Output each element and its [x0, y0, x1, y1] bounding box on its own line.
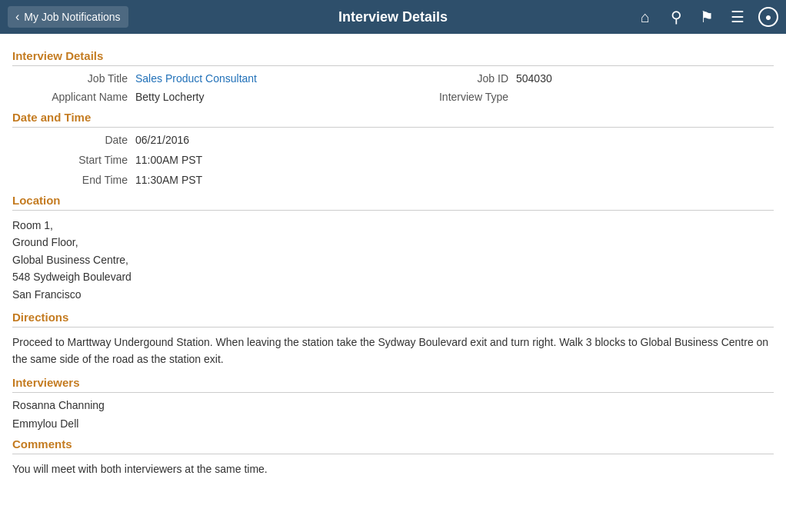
interviewer-2: Emmylou Dell: [12, 417, 774, 430]
back-button-label: My Job Notifications: [24, 11, 120, 23]
interview-type-label: Interview Type: [393, 91, 516, 103]
directions-text: Proceed to Marttway Undergound Station. …: [12, 334, 774, 368]
app-header: ‹ My Job Notifications Interview Details…: [0, 0, 786, 34]
start-time-label: Start Time: [12, 154, 135, 166]
interview-details-section-title: Interview Details: [12, 49, 774, 66]
comments-text: You will meet with both interviewers at …: [12, 461, 774, 477]
flag-icon[interactable]: ⚑: [697, 7, 717, 27]
directions-section-title: Directions: [12, 311, 774, 328]
search-icon[interactable]: ⚲: [666, 7, 686, 27]
start-time-value: 11:00AM PST: [135, 154, 774, 166]
address-line4: 548 Sydweigh Boulevard: [12, 268, 774, 285]
interview-type-value: [516, 91, 774, 103]
header-icon-group: ⌂ ⚲ ⚑ ☰ ●: [635, 7, 778, 27]
address-line3: Global Business Centre,: [12, 251, 774, 268]
job-title-value[interactable]: Sales Product Consultant: [135, 72, 393, 85]
back-button[interactable]: ‹ My Job Notifications: [8, 6, 128, 28]
applicant-name-value: Betty Locherty: [135, 91, 393, 103]
back-arrow-icon: ‹: [15, 10, 19, 24]
date-value: 06/21/2016: [135, 134, 774, 146]
location-address: Room 1, Ground Floor, Global Business Ce…: [12, 217, 774, 303]
profile-icon[interactable]: ●: [758, 7, 778, 27]
date-time-section-title: Date and Time: [12, 111, 774, 128]
date-time-grid: Date 06/21/2016 Start Time 11:00AM PST E…: [12, 134, 774, 186]
home-icon[interactable]: ⌂: [635, 7, 655, 27]
applicant-name-label: Applicant Name: [12, 91, 135, 103]
end-time-label: End Time: [12, 174, 135, 186]
page-title: Interview Details: [338, 9, 448, 25]
date-label: Date: [12, 134, 135, 146]
end-time-value: 11:30AM PST: [135, 174, 774, 186]
page-content: Interview Details Job Title Sales Produc…: [0, 34, 786, 497]
address-line5: San Francisco: [12, 286, 774, 303]
location-section-title: Location: [12, 194, 774, 211]
job-id-label: Job ID: [393, 72, 516, 85]
interviewer-1: Rosanna Channing: [12, 399, 774, 411]
job-id-value: 504030: [516, 72, 774, 85]
menu-icon[interactable]: ☰: [728, 7, 748, 27]
interview-details-grid: Job Title Sales Product Consultant Job I…: [12, 72, 774, 103]
comments-section-title: Comments: [12, 437, 774, 454]
interviewers-section-title: Interviewers: [12, 376, 774, 393]
job-title-label: Job Title: [12, 72, 135, 85]
address-line2: Ground Floor,: [12, 234, 774, 251]
address-line1: Room 1,: [12, 217, 774, 234]
interviewers-list: Rosanna Channing Emmylou Dell: [12, 399, 774, 430]
